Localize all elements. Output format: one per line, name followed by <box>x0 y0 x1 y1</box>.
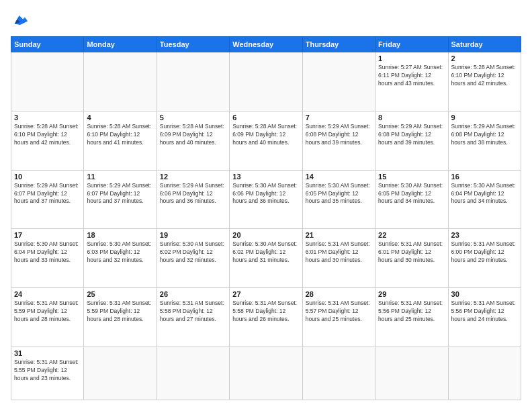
calendar-cell: 20Sunrise: 5:30 AM Sunset: 6:02 PM Dayli… <box>230 229 302 288</box>
week-row-0: 1Sunrise: 5:27 AM Sunset: 6:11 PM Daylig… <box>11 52 521 111</box>
day-number: 27 <box>232 290 299 298</box>
day-number: 30 <box>451 290 518 298</box>
day-number: 3 <box>14 113 81 122</box>
calendar-cell: 30Sunrise: 5:31 AM Sunset: 5:56 PM Dayli… <box>448 288 521 347</box>
calendar-cell <box>84 347 157 400</box>
calendar-cell: 13Sunrise: 5:30 AM Sunset: 6:06 PM Dayli… <box>230 170 302 229</box>
calendar-cell <box>84 52 157 111</box>
calendar-cell: 7Sunrise: 5:29 AM Sunset: 6:08 PM Daylig… <box>302 111 375 170</box>
calendar-cell: 1Sunrise: 5:27 AM Sunset: 6:11 PM Daylig… <box>375 52 448 111</box>
day-number: 21 <box>306 231 372 239</box>
calendar-table: SundayMondayTuesdayWednesdayThursdayFrid… <box>11 36 521 400</box>
weekday-header-thursday: Thursday <box>302 37 375 52</box>
day-info: Sunrise: 5:28 AM Sunset: 6:09 PM Dayligh… <box>160 123 226 147</box>
logo <box>11 11 32 30</box>
day-info: Sunrise: 5:30 AM Sunset: 6:02 PM Dayligh… <box>160 240 226 265</box>
day-number: 1 <box>378 54 445 62</box>
day-number: 7 <box>306 113 372 122</box>
day-info: Sunrise: 5:30 AM Sunset: 6:06 PM Dayligh… <box>232 182 299 206</box>
day-info: Sunrise: 5:31 AM Sunset: 6:01 PM Dayligh… <box>378 240 445 265</box>
day-number: 22 <box>378 231 445 239</box>
day-info: Sunrise: 5:31 AM Sunset: 5:59 PM Dayligh… <box>14 300 81 324</box>
calendar-cell <box>375 347 448 400</box>
day-info: Sunrise: 5:31 AM Sunset: 5:55 PM Dayligh… <box>14 359 81 383</box>
day-info: Sunrise: 5:31 AM Sunset: 5:56 PM Dayligh… <box>451 300 518 324</box>
calendar-cell: 17Sunrise: 5:30 AM Sunset: 6:04 PM Dayli… <box>11 229 84 288</box>
calendar-cell: 29Sunrise: 5:31 AM Sunset: 5:56 PM Dayli… <box>375 288 448 347</box>
week-row-4: 24Sunrise: 5:31 AM Sunset: 5:59 PM Dayli… <box>11 288 521 347</box>
day-number: 5 <box>160 113 226 122</box>
day-info: Sunrise: 5:31 AM Sunset: 6:01 PM Dayligh… <box>306 240 372 265</box>
page: SundayMondayTuesdayWednesdayThursdayFrid… <box>0 0 532 411</box>
calendar-cell <box>302 347 375 400</box>
calendar-cell: 9Sunrise: 5:29 AM Sunset: 6:08 PM Daylig… <box>448 111 521 170</box>
weekday-header-monday: Monday <box>84 37 157 52</box>
day-number: 28 <box>306 290 372 298</box>
calendar-cell: 10Sunrise: 5:29 AM Sunset: 6:07 PM Dayli… <box>11 170 84 229</box>
day-info: Sunrise: 5:31 AM Sunset: 5:58 PM Dayligh… <box>232 300 299 324</box>
day-number: 17 <box>14 231 81 239</box>
day-number: 6 <box>232 113 299 122</box>
calendar-cell: 3Sunrise: 5:28 AM Sunset: 6:10 PM Daylig… <box>11 111 84 170</box>
day-number: 26 <box>160 290 226 298</box>
calendar-cell: 18Sunrise: 5:30 AM Sunset: 6:03 PM Dayli… <box>84 229 157 288</box>
week-row-2: 10Sunrise: 5:29 AM Sunset: 6:07 PM Dayli… <box>11 170 521 229</box>
calendar-cell <box>157 52 229 111</box>
weekday-header-row: SundayMondayTuesdayWednesdayThursdayFrid… <box>11 37 521 52</box>
calendar-cell: 2Sunrise: 5:28 AM Sunset: 6:10 PM Daylig… <box>448 52 521 111</box>
day-info: Sunrise: 5:31 AM Sunset: 5:56 PM Dayligh… <box>378 300 445 324</box>
calendar-cell <box>448 347 521 400</box>
calendar-cell <box>157 347 229 400</box>
calendar-cell: 26Sunrise: 5:31 AM Sunset: 5:58 PM Dayli… <box>157 288 229 347</box>
day-number: 24 <box>14 290 81 298</box>
calendar-cell: 21Sunrise: 5:31 AM Sunset: 6:01 PM Dayli… <box>302 229 375 288</box>
day-info: Sunrise: 5:28 AM Sunset: 6:10 PM Dayligh… <box>14 123 81 147</box>
day-info: Sunrise: 5:31 AM Sunset: 5:59 PM Dayligh… <box>87 300 153 324</box>
calendar-cell: 22Sunrise: 5:31 AM Sunset: 6:01 PM Dayli… <box>375 229 448 288</box>
day-number: 20 <box>232 231 299 239</box>
calendar-cell: 11Sunrise: 5:29 AM Sunset: 6:07 PM Dayli… <box>84 170 157 229</box>
day-number: 31 <box>14 349 81 357</box>
day-number: 29 <box>378 290 445 298</box>
day-info: Sunrise: 5:28 AM Sunset: 6:10 PM Dayligh… <box>87 123 153 147</box>
day-number: 23 <box>451 231 518 239</box>
calendar-cell: 4Sunrise: 5:28 AM Sunset: 6:10 PM Daylig… <box>84 111 157 170</box>
calendar-cell <box>230 52 302 111</box>
day-number: 16 <box>451 173 518 181</box>
calendar-cell: 19Sunrise: 5:30 AM Sunset: 6:02 PM Dayli… <box>157 229 229 288</box>
logo-icon <box>11 11 30 30</box>
day-info: Sunrise: 5:30 AM Sunset: 6:04 PM Dayligh… <box>451 182 518 206</box>
calendar-cell: 14Sunrise: 5:30 AM Sunset: 6:05 PM Dayli… <box>302 170 375 229</box>
calendar-cell <box>230 347 302 400</box>
day-info: Sunrise: 5:29 AM Sunset: 6:08 PM Dayligh… <box>378 123 445 147</box>
weekday-header-friday: Friday <box>375 37 448 52</box>
calendar-cell: 24Sunrise: 5:31 AM Sunset: 5:59 PM Dayli… <box>11 288 84 347</box>
day-number: 25 <box>87 290 153 298</box>
calendar-cell: 31Sunrise: 5:31 AM Sunset: 5:55 PM Dayli… <box>11 347 84 400</box>
day-info: Sunrise: 5:27 AM Sunset: 6:11 PM Dayligh… <box>378 64 445 88</box>
week-row-5: 31Sunrise: 5:31 AM Sunset: 5:55 PM Dayli… <box>11 347 521 400</box>
day-number: 4 <box>87 113 153 122</box>
day-info: Sunrise: 5:29 AM Sunset: 6:07 PM Dayligh… <box>87 182 153 206</box>
day-info: Sunrise: 5:28 AM Sunset: 6:09 PM Dayligh… <box>232 123 299 147</box>
calendar-cell: 15Sunrise: 5:30 AM Sunset: 6:05 PM Dayli… <box>375 170 448 229</box>
header <box>11 11 521 30</box>
weekday-header-tuesday: Tuesday <box>157 37 229 52</box>
calendar-cell: 12Sunrise: 5:29 AM Sunset: 6:06 PM Dayli… <box>157 170 229 229</box>
day-number: 9 <box>451 113 518 122</box>
week-row-3: 17Sunrise: 5:30 AM Sunset: 6:04 PM Dayli… <box>11 229 521 288</box>
day-info: Sunrise: 5:29 AM Sunset: 6:06 PM Dayligh… <box>160 182 226 206</box>
day-info: Sunrise: 5:29 AM Sunset: 6:08 PM Dayligh… <box>451 123 518 147</box>
week-row-1: 3Sunrise: 5:28 AM Sunset: 6:10 PM Daylig… <box>11 111 521 170</box>
calendar-cell <box>11 52 84 111</box>
day-info: Sunrise: 5:31 AM Sunset: 5:57 PM Dayligh… <box>306 300 372 324</box>
day-number: 18 <box>87 231 153 239</box>
calendar-cell: 16Sunrise: 5:30 AM Sunset: 6:04 PM Dayli… <box>448 170 521 229</box>
day-number: 2 <box>451 54 518 62</box>
day-number: 8 <box>378 113 445 122</box>
calendar-cell <box>302 52 375 111</box>
calendar-cell: 25Sunrise: 5:31 AM Sunset: 5:59 PM Dayli… <box>84 288 157 347</box>
day-info: Sunrise: 5:30 AM Sunset: 6:05 PM Dayligh… <box>306 182 372 206</box>
calendar-cell: 5Sunrise: 5:28 AM Sunset: 6:09 PM Daylig… <box>157 111 229 170</box>
day-info: Sunrise: 5:28 AM Sunset: 6:10 PM Dayligh… <box>451 64 518 88</box>
